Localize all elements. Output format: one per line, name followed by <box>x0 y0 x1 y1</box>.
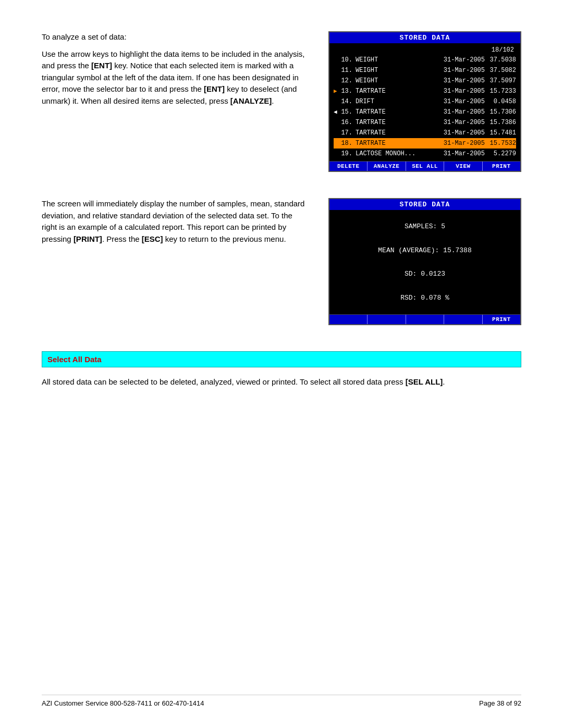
row-date: 31-Mar-2005 <box>438 76 485 85</box>
row-number: 14. <box>340 97 354 106</box>
row-number: 13. <box>340 87 354 96</box>
row-name: TARTRATE <box>354 139 438 148</box>
sel-all-button[interactable]: SEL ALL <box>406 162 444 171</box>
view-button[interactable]: VIEW <box>444 162 482 171</box>
row-name: WEIGHT <box>354 76 438 85</box>
screen2-btn-1[interactable] <box>329 315 368 324</box>
select-all-section: Select All Data All stored data can be s… <box>42 351 521 388</box>
row-name: LACTOSE MONOH... <box>354 149 438 158</box>
screen2-btn-4[interactable] <box>444 315 482 324</box>
screen2-toolbar: PRINT <box>329 314 520 324</box>
screen1-body: 18/102 10. WEIGHT 31-Mar-2005 37.5038 11… <box>329 43 520 161</box>
row-marker: ◀ <box>334 108 340 117</box>
row-number: 15. <box>340 107 354 117</box>
row-number: 19. <box>340 149 354 158</box>
row-value: 15.7306 <box>485 107 516 117</box>
row-name: TARTRATE <box>354 107 438 117</box>
analyze-button[interactable]: ANALYZE <box>368 162 406 171</box>
stats-samples: SAMPLES: 5 <box>335 221 515 232</box>
row-name: DRIFT <box>354 97 438 106</box>
screen-column-2: STORED DATA SAMPLES: 5 MEAN (AVERAGE): 1… <box>328 198 521 336</box>
stats-mean: MEAN (AVERAGE): 15.7388 <box>335 245 515 256</box>
row-date: 31-Mar-2005 <box>438 118 485 127</box>
bold-ent-1: [ENT] <box>91 61 112 70</box>
row-value: 37.5038 <box>485 55 516 65</box>
text-column-2: The screen will immediately display the … <box>42 198 313 336</box>
print-button[interactable]: PRINT <box>483 162 520 171</box>
row-date: 31-Mar-2005 <box>438 55 485 65</box>
row-number: 16. <box>340 118 354 127</box>
select-all-header: Select All Data <box>42 351 521 367</box>
body-text-1: Use the arrow keys to highlight the data… <box>42 48 308 107</box>
row-date: 31-Mar-2005 <box>438 128 485 138</box>
stats-rsd: RSD: 0.078 % <box>335 293 515 303</box>
row-date: 31-Mar-2005 <box>438 66 485 75</box>
row-value: 15.7233 <box>485 87 516 96</box>
row-name: TARTRATE <box>354 128 438 138</box>
table-row: 19. LACTOSE MONOH... 31-Mar-2005 5.2279 <box>334 149 516 159</box>
intro-text: To analyze a set of data: <box>42 31 308 43</box>
bold-analyze: [ANALYZE] <box>230 96 272 105</box>
table-row-selected: ▶ 18. TARTRATE 31-Mar-2005 15.7532 <box>334 138 516 149</box>
table-row: 11. WEIGHT 31-Mar-2005 37.5082 <box>334 65 516 76</box>
row-value: 5.2279 <box>485 149 516 158</box>
screen2-btn-2[interactable] <box>368 315 406 324</box>
row-date: 31-Mar-2005 <box>438 87 485 96</box>
table-row: ◀ 15. TARTRATE 31-Mar-2005 15.7306 <box>334 107 516 117</box>
body-text-2: The screen will immediately display the … <box>42 198 308 245</box>
screen2-title: STORED DATA <box>329 199 520 210</box>
row-date: 31-Mar-2005 <box>438 139 485 148</box>
row-marker: ▶ <box>334 139 340 148</box>
row-name: WEIGHT <box>354 55 438 65</box>
device-screen-1: STORED DATA 18/102 10. WEIGHT 31-Mar-200… <box>328 31 521 172</box>
table-row: 16. TARTRATE 31-Mar-2005 15.7386 <box>334 117 516 128</box>
row-date: 31-Mar-2005 <box>438 97 485 106</box>
screen2-print-button[interactable]: PRINT <box>483 315 520 324</box>
row-value: 37.5097 <box>485 76 516 85</box>
select-all-body: All stored data can be selected to be de… <box>42 376 521 388</box>
row-name: TARTRATE <box>354 87 438 96</box>
row-name: WEIGHT <box>354 66 438 75</box>
device-screen-2: STORED DATA SAMPLES: 5 MEAN (AVERAGE): 1… <box>328 198 521 325</box>
row-value: 15.7386 <box>485 118 516 127</box>
row-number: 18. <box>340 139 354 148</box>
bold-ent-2: [ENT] <box>204 84 225 93</box>
page-footer: AZI Customer Service 800-528-7411 or 602… <box>42 695 521 707</box>
screen1-counter: 18/102 <box>334 45 516 55</box>
row-value: 15.7532 <box>485 139 516 148</box>
text-column-1: To analyze a set of data: Use the arrow … <box>42 31 313 182</box>
screen2-body: SAMPLES: 5 MEAN (AVERAGE): 15.7388 SD: 0… <box>329 210 520 314</box>
row-value: 37.5082 <box>485 66 516 75</box>
table-row: ▶ 13. TARTRATE 31-Mar-2005 15.7233 <box>334 86 516 96</box>
footer-right: Page 38 of 92 <box>479 699 521 707</box>
row-number: 10. <box>340 55 354 65</box>
row-number: 17. <box>340 128 354 138</box>
row-number: 11. <box>340 66 354 75</box>
footer-left: AZI Customer Service 800-528-7411 or 602… <box>42 699 204 707</box>
row-date: 31-Mar-2005 <box>438 107 485 117</box>
section-top: To analyze a set of data: Use the arrow … <box>42 31 521 182</box>
table-row: 12. WEIGHT 31-Mar-2005 37.5097 <box>334 76 516 86</box>
row-marker: ▶ <box>334 87 340 96</box>
screen-column-1: STORED DATA 18/102 10. WEIGHT 31-Mar-200… <box>328 31 521 182</box>
screen1-title: STORED DATA <box>329 32 520 43</box>
table-row: 17. TARTRATE 31-Mar-2005 15.7481 <box>334 128 516 138</box>
row-value: 15.7481 <box>485 128 516 138</box>
section-bottom: The screen will immediately display the … <box>42 198 521 336</box>
table-row: 14. DRIFT 31-Mar-2005 0.0458 <box>334 96 516 107</box>
page-content: To analyze a set of data: Use the arrow … <box>42 31 521 388</box>
row-name: TARTRATE <box>354 118 438 127</box>
row-number: 12. <box>340 76 354 85</box>
bold-print: [PRINT] <box>74 235 102 243</box>
table-row: 10. WEIGHT 31-Mar-2005 37.5038 <box>334 55 516 65</box>
delete-button[interactable]: DELETE <box>329 162 368 171</box>
stats-sd: SD: 0.0123 <box>335 269 515 279</box>
screen2-btn-3[interactable] <box>406 315 444 324</box>
row-date: 31-Mar-2005 <box>438 149 485 158</box>
row-value: 0.0458 <box>485 97 516 106</box>
bold-sel-all: [SEL ALL] <box>406 377 443 386</box>
screen1-toolbar: DELETE ANALYZE SEL ALL VIEW PRINT <box>329 161 520 171</box>
bold-esc: [ESC] <box>142 235 163 243</box>
